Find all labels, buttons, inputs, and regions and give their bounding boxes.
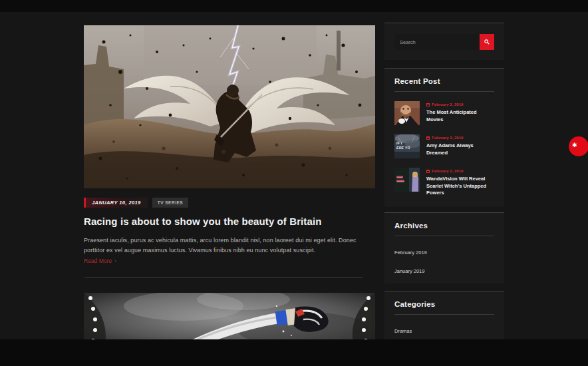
calendar-icon xyxy=(426,170,430,173)
recent-post-body: February 2, 2019 Amy Adams Always Dreame… xyxy=(426,134,493,158)
search-button[interactable] xyxy=(480,34,494,50)
page: JANUARY 16, 2019 TV SERIES Racing is abo… xyxy=(0,0,588,366)
heading-divider xyxy=(394,314,494,315)
search-input[interactable] xyxy=(394,34,480,50)
archive-link[interactable]: January 2019 xyxy=(394,268,494,274)
recent-post-title[interactable]: WandaVision Will Reveal Scarlet Witch's … xyxy=(426,176,493,197)
calendar-icon xyxy=(426,103,430,106)
read-more-label: Read More xyxy=(84,258,112,264)
post-excerpt: Praesent iaculis, purus ac vehicula matt… xyxy=(84,236,374,256)
gear-icon: ✱ xyxy=(572,142,577,148)
read-more-link[interactable]: Read More› xyxy=(84,258,116,264)
recent-post-title[interactable]: Amy Adams Always Dreamed xyxy=(426,142,493,156)
recent-post-date: February 2, 2019 xyxy=(426,136,493,140)
post-category-badge[interactable]: TV SERIES xyxy=(152,198,188,208)
categories-widget: Categories Dramas xyxy=(384,291,504,339)
recent-post-thumbnail[interactable] xyxy=(394,101,420,125)
recent-post-body: February 2, 2019 WandaVision Will Reveal… xyxy=(426,168,493,197)
archive-link[interactable]: February 2019 xyxy=(394,250,494,256)
recent-posts-heading: Recent Post xyxy=(394,77,494,85)
bottom-letterbox xyxy=(0,339,588,366)
calendar-icon xyxy=(426,136,430,140)
recent-post-date-text: February 2, 2019 xyxy=(432,169,463,173)
search-icon xyxy=(484,39,490,45)
recent-post-thumbnail[interactable] xyxy=(394,168,420,192)
archives-widget: Archives February 2019 January 2019 xyxy=(384,212,504,283)
wandavision-thumb xyxy=(394,168,420,192)
recent-post-item[interactable]: IF I ERE YO February 2, 2019 Amy Adams A… xyxy=(394,134,494,158)
heading-divider xyxy=(394,236,494,236)
recent-post-title[interactable]: The Most Anticipated Movies xyxy=(426,109,493,123)
post-divider xyxy=(84,277,363,277)
recent-post-date-text: February 2, 2019 xyxy=(432,102,463,106)
post-meta: JANUARY 16, 2019 TV SERIES xyxy=(84,198,188,208)
post-title[interactable]: Racing is about to show you the beauty o… xyxy=(84,216,375,227)
recent-post-thumbnail[interactable]: IF I ERE YO xyxy=(394,134,420,158)
recent-post-body: February 2, 2019 The Most Anticipated Mo… xyxy=(426,101,493,125)
chevron-right-icon: › xyxy=(114,258,116,264)
search-widget xyxy=(384,23,504,60)
search-form xyxy=(394,34,494,50)
categories-heading: Categories xyxy=(394,300,494,308)
poster-title-text: IF I ERE YO xyxy=(396,141,410,150)
recent-posts-widget: Recent Post February 2, 2019 The Most An… xyxy=(384,68,504,207)
man-with-coffee-thumb xyxy=(394,101,420,125)
floating-action-button[interactable]: ✱ xyxy=(569,136,588,156)
recent-post-date-text: February 2, 2019 xyxy=(432,136,463,140)
recent-post-date: February 2, 2019 xyxy=(426,169,493,173)
recent-post-item[interactable]: February 2, 2019 The Most Anticipated Mo… xyxy=(394,101,494,125)
archives-heading: Archives xyxy=(394,222,494,230)
post-date-badge: JANUARY 16, 2019 xyxy=(84,198,148,208)
recent-post-item[interactable]: February 2, 2019 WandaVision Will Reveal… xyxy=(394,168,494,197)
category-link[interactable]: Dramas xyxy=(394,328,494,334)
heading-divider xyxy=(394,91,494,92)
winged-warrior-illustration xyxy=(84,25,375,188)
recent-post-date: February 2, 2019 xyxy=(426,102,493,106)
featured-post-image[interactable] xyxy=(84,25,375,188)
